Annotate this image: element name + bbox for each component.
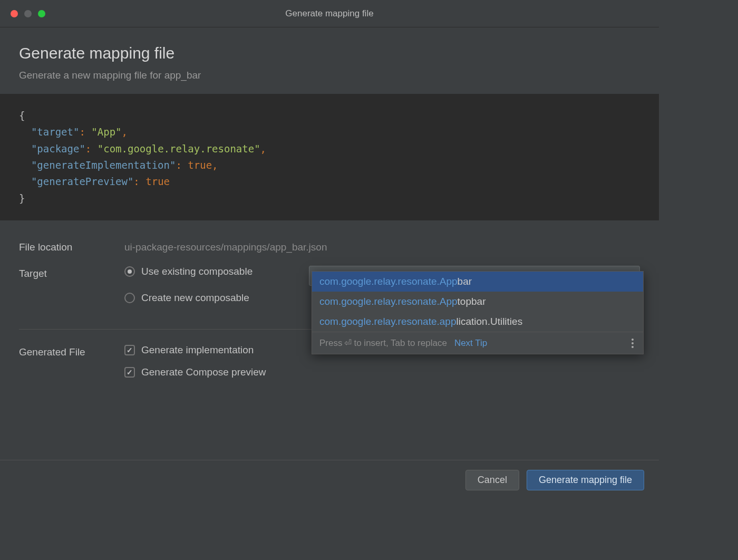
code-val-genprev: true [145, 176, 170, 187]
dialog-content: Generate mapping file Generate a new map… [0, 27, 659, 500]
generated-file-label: Generated File [19, 344, 124, 358]
header-section: Generate mapping file Generate a new map… [0, 27, 659, 94]
window-title: Generate mapping file [285, 8, 373, 19]
target-label: Target [19, 266, 124, 279]
file-location-value: ui-package-resources/mappings/app_bar.js… [124, 239, 640, 253]
autocomplete-item[interactable]: com.google.relay.resonate.Appbar [312, 272, 643, 292]
code-key-target: "target" [31, 126, 80, 138]
autocomplete-item[interactable]: com.google.relay.resonate.Apptopbar [312, 292, 643, 312]
autocomplete-match: com.google.relay.resonate.App [319, 276, 458, 287]
radio-create-new[interactable]: Create new composable [124, 292, 309, 304]
window-minimize-button[interactable] [24, 10, 32, 17]
code-val-genimpl: true [188, 159, 212, 171]
radio-icon [124, 266, 135, 277]
target-radio-group: Use existing composable Create new compo… [124, 266, 309, 318]
enter-key-icon: ⏎ [344, 337, 352, 349]
radio-use-existing[interactable]: Use existing composable [124, 266, 309, 277]
form-section: File location ui-package-resources/mappi… [0, 220, 659, 460]
code-key-package: "package" [31, 143, 85, 155]
hint-prefix: Press [319, 338, 342, 349]
window-maximize-button[interactable] [38, 10, 45, 17]
autocomplete-popup: com.google.relay.resonate.Appbar com.goo… [312, 271, 644, 354]
autocomplete-match: com.google.relay.resonate.App [319, 296, 458, 307]
autocomplete-rest: bar [458, 276, 472, 287]
dialog-subtitle: Generate a new mapping file for app_bar [19, 70, 640, 81]
autocomplete-item[interactable]: com.google.relay.resonate.application.Ut… [312, 312, 643, 332]
cancel-button[interactable]: Cancel [465, 470, 519, 490]
file-location-label: File location [19, 239, 124, 253]
kebab-menu-icon[interactable] [629, 339, 636, 348]
titlebar: Generate mapping file [0, 0, 659, 27]
autocomplete-footer: Press ⏎ to insert, Tab to replace Next T… [312, 332, 643, 354]
file-location-row: File location ui-package-resources/mappi… [19, 239, 640, 253]
radio-icon [124, 293, 135, 303]
check-generate-preview[interactable]: Generate Compose preview [124, 366, 640, 378]
generate-button[interactable]: Generate mapping file [527, 470, 644, 490]
autocomplete-match: com.google.relay.resonate.app [319, 316, 456, 327]
check-generate-preview-label: Generate Compose preview [141, 366, 266, 378]
window-close-button[interactable] [11, 10, 18, 17]
next-tip-link[interactable]: Next Tip [454, 338, 487, 349]
hint-mid: to insert, Tab to replace [354, 338, 446, 349]
code-val-target: "App" [91, 126, 121, 138]
code-key-genimpl: "generateImplementation" [31, 159, 176, 171]
checkbox-icon [124, 345, 135, 355]
autocomplete-rest: topbar [458, 296, 486, 307]
dialog-footer: Cancel Generate mapping file [0, 460, 659, 500]
code-preview: { "target": "App", "package": "com.googl… [0, 94, 659, 220]
traffic-lights [0, 10, 45, 17]
radio-create-new-label: Create new composable [141, 292, 249, 304]
checkbox-icon [124, 367, 135, 378]
radio-use-existing-label: Use existing composable [141, 266, 253, 277]
code-val-package: "com.google.relay.resonate" [98, 143, 260, 155]
check-generate-implementation-label: Generate implementation [141, 344, 254, 356]
autocomplete-rest: lication.Utilities [456, 316, 522, 327]
dialog-title: Generate mapping file [19, 44, 640, 62]
code-key-genprev: "generatePreview" [31, 176, 133, 187]
dialog-window: Generate mapping file Generate mapping f… [0, 0, 659, 500]
